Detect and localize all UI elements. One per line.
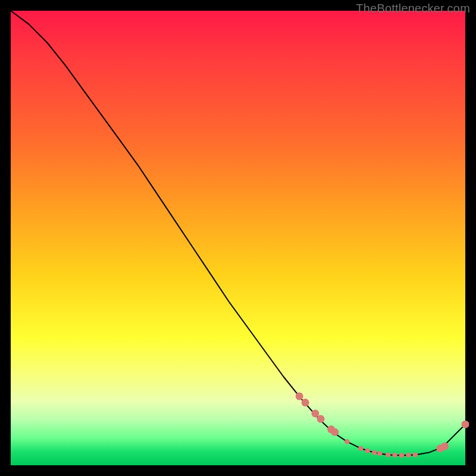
highlight-dot — [296, 392, 303, 400]
plot-area — [11, 11, 465, 465]
highlight-dot — [358, 446, 363, 451]
highlight-dot — [392, 453, 397, 458]
highlight-dot — [311, 409, 319, 417]
highlight-dot — [377, 451, 382, 456]
chart-frame: TheBottlenecker.com — [0, 0, 476, 476]
highlight-dot — [386, 452, 390, 457]
highlight-dot — [406, 453, 411, 458]
highlight-dot — [399, 453, 404, 458]
highlight-dot — [365, 448, 370, 453]
highlight-dots-layer — [296, 392, 469, 458]
highlight-dot — [345, 439, 349, 444]
highlight-dot — [372, 450, 377, 455]
highlight-dot — [317, 415, 325, 423]
bottleneck-curve — [11, 11, 465, 455]
watermark-text: TheBottlenecker.com — [356, 2, 470, 15]
highlight-dot — [462, 421, 469, 428]
highlight-dot — [331, 428, 339, 436]
highlight-dot — [302, 399, 309, 406]
curve-layer — [11, 11, 465, 455]
highlight-dot — [413, 452, 418, 457]
curve-svg — [11, 11, 465, 465]
highlight-dot — [441, 442, 449, 450]
